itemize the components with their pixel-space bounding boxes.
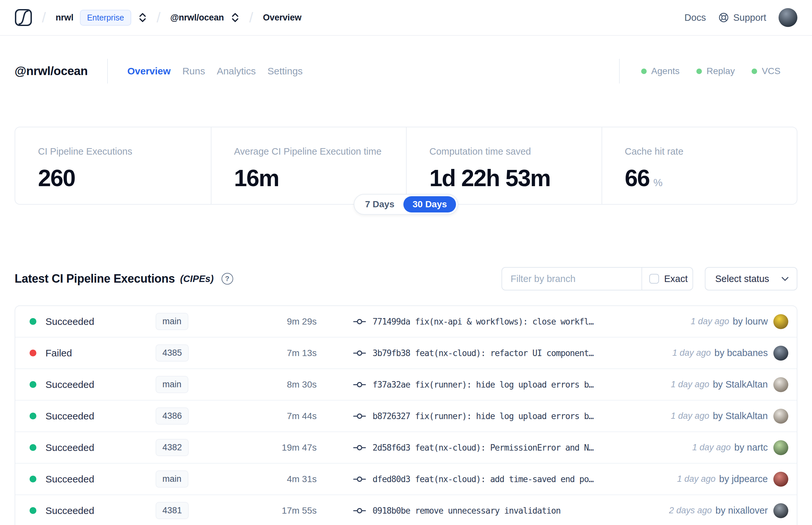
commit-message[interactable]: b8726327 fix(runner): hide log upload er…: [372, 411, 593, 421]
service-label: Replay: [706, 66, 735, 76]
date-range-toggle: 7 Days 30 Days: [354, 194, 458, 215]
timestamp: 1 day ago: [671, 379, 709, 390]
nx-cloud-logo-icon[interactable]: [15, 9, 32, 26]
breadcrumb-separator: /: [156, 10, 160, 25]
table-row[interactable]: Succeeded 4381 17m 55s 0918b0be remove u…: [15, 495, 797, 525]
org-name: nrwl: [56, 13, 73, 23]
stat-label: Cache hit rate: [625, 146, 787, 157]
avatar: [773, 472, 788, 487]
status-dot: [30, 318, 36, 325]
author: by StalkAltan: [713, 379, 768, 390]
duration: 4m 31s: [237, 474, 318, 484]
branch-badge[interactable]: 4385: [156, 344, 189, 362]
exact-toggle[interactable]: Exact: [642, 268, 692, 290]
stat-card: Cache hit rate 66%: [601, 127, 797, 204]
exact-checkbox[interactable]: [649, 274, 659, 284]
git-commit-icon: [353, 475, 366, 484]
commit-hash: f37a32ae: [372, 380, 410, 390]
git-commit-icon: [353, 411, 366, 421]
table-row[interactable]: Succeeded 4382 19m 47s 2d58f6d3 feat(nx-…: [15, 432, 797, 464]
page-title: @nrwl/ocean: [15, 64, 88, 78]
status-dot: [30, 444, 36, 451]
duration: 19m 47s: [237, 442, 318, 453]
avatar: [773, 409, 788, 424]
author: by lourw: [733, 316, 768, 327]
status-label: Succeeded: [45, 411, 94, 422]
branch-badge[interactable]: 4381: [156, 502, 189, 519]
git-commit-icon: [353, 380, 366, 389]
commit-message[interactable]: f37a32ae fix(runner): hide log upload er…: [372, 380, 593, 390]
timestamp: 1 day ago: [671, 411, 709, 421]
branch-badge[interactable]: 4386: [156, 407, 189, 425]
status-select[interactable]: Select status: [705, 267, 797, 290]
service-status[interactable]: Agents: [641, 66, 679, 76]
commit-subject: fix(runner): hide log upload errors b…: [415, 411, 593, 421]
status-dot: [30, 476, 36, 482]
branch-badge[interactable]: main: [156, 470, 188, 487]
table-row[interactable]: Succeeded main 8m 30s f37a32ae fix(runne…: [15, 369, 797, 401]
service-status[interactable]: VCS: [752, 66, 781, 76]
tab[interactable]: Settings: [267, 65, 302, 77]
exact-label: Exact: [664, 273, 688, 284]
status-label: Succeeded: [45, 316, 94, 327]
status-label: Succeeded: [45, 474, 94, 485]
branch-badge[interactable]: 4382: [156, 439, 189, 456]
tab[interactable]: Runs: [182, 65, 205, 77]
commit-subject: fix(runner): hide log upload errors b…: [415, 380, 593, 390]
commit-subject: feat(nx-cloud): refactor UI component…: [415, 348, 593, 358]
commit-message[interactable]: dfed80d3 feat(nx-cloud): add time-saved …: [372, 474, 593, 484]
git-commit-icon: [353, 506, 366, 515]
commit-hash: 2d58f6d3: [372, 443, 410, 452]
service-label: Agents: [651, 66, 679, 76]
status-dot: [30, 507, 36, 514]
branch-badge[interactable]: main: [156, 313, 188, 330]
app-header: / nrwl Enterprise / @nrwl/ocean / Overvi…: [0, 0, 812, 36]
timestamp: 1 day ago: [672, 348, 711, 358]
git-commit-icon: [353, 317, 366, 326]
git-commit-icon: [353, 443, 366, 452]
service-status[interactable]: Replay: [696, 66, 735, 76]
status-label: Succeeded: [45, 442, 94, 453]
cipe-section-header: Latest CI Pipeline Executions (CIPEs) ? …: [15, 267, 797, 290]
workspace-name: @nrwl/ocean: [170, 13, 224, 23]
commit-message[interactable]: 2d58f6d3 feat(nx-cloud): PermissionError…: [372, 443, 593, 452]
table-row[interactable]: Succeeded 4386 7m 44s b8726327 fix(runne…: [15, 401, 797, 432]
commit-message[interactable]: 771499da fix(nx-api & workflows): close …: [372, 317, 593, 327]
workspace-tabs: Overview Runs Analytics Settings: [127, 65, 303, 77]
branch-badge[interactable]: main: [156, 376, 188, 393]
workspace-switcher-chevrons-icon[interactable]: [231, 12, 240, 23]
docs-link[interactable]: Docs: [684, 12, 706, 23]
commit-message[interactable]: 0918b0be remove unnecessary invalidation: [372, 506, 561, 515]
avatar: [773, 440, 788, 455]
author: by StalkAltan: [713, 411, 768, 421]
range-option[interactable]: 30 Days: [403, 196, 456, 212]
duration: 8m 30s: [237, 379, 318, 390]
user-avatar[interactable]: [779, 8, 797, 27]
status-dot: [696, 69, 702, 74]
commit-message[interactable]: 3b79fb38 feat(nx-cloud): refactor UI com…: [372, 348, 593, 358]
author: by bcabanes: [715, 348, 768, 358]
status-label: Failed: [45, 348, 72, 359]
commit-hash: dfed80d3: [372, 474, 410, 484]
avatar: [773, 377, 788, 392]
section-title: Latest CI Pipeline Executions: [15, 272, 175, 286]
status-dot: [641, 69, 647, 74]
range-option[interactable]: 7 Days: [356, 196, 403, 212]
support-link[interactable]: Support: [718, 12, 766, 23]
table-row[interactable]: Succeeded main 9m 29s 771499da fix(nx-ap…: [15, 306, 797, 338]
stat-card: Computation time saved 1d 22h 53m: [406, 127, 601, 204]
stat-label: Computation time saved: [429, 146, 592, 157]
tab[interactable]: Overview: [127, 65, 170, 77]
tab[interactable]: Analytics: [217, 65, 256, 77]
table-row[interactable]: Failed 4385 7m 13s 3b79fb38 feat(nx-clou…: [15, 338, 797, 369]
avatar: [773, 503, 788, 518]
workspace-selector[interactable]: @nrwl/ocean: [170, 12, 240, 23]
branch-filter-input[interactable]: [502, 268, 642, 290]
table-row[interactable]: Succeeded main 4m 31s dfed80d3 feat(nx-c…: [15, 464, 797, 495]
commit-hash: b8726327: [372, 411, 410, 421]
help-icon[interactable]: ?: [221, 273, 233, 285]
org-selector[interactable]: nrwl Enterprise: [56, 10, 147, 26]
org-switcher-chevrons-icon[interactable]: [138, 12, 147, 23]
chevron-down-icon: [781, 276, 789, 281]
stat-suffix: %: [654, 177, 663, 189]
